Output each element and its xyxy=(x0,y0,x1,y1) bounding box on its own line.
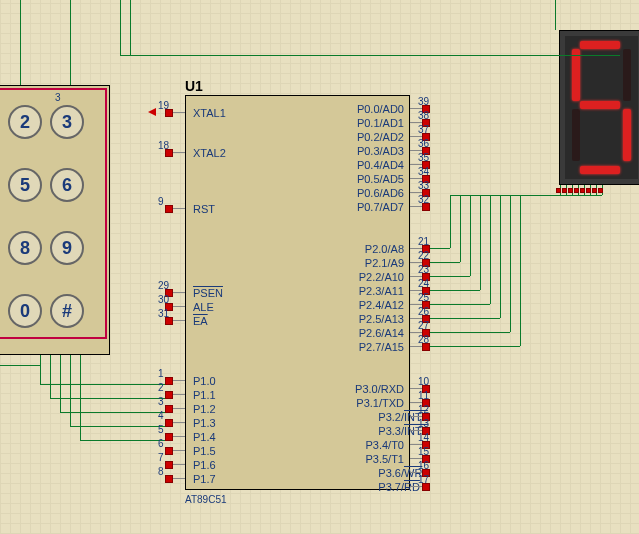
pin-num-7: 7 xyxy=(158,452,164,463)
pin-pad[interactable] xyxy=(165,405,173,413)
pin-name-P2.2/A10: P2.2/A10 xyxy=(359,271,404,283)
segment-d xyxy=(580,166,620,174)
wire xyxy=(120,0,121,55)
pin-name-PSEN: PSEN xyxy=(193,287,223,299)
pin-num-5: 5 xyxy=(158,424,164,435)
pin-name-P1.2: P1.2 xyxy=(193,403,216,415)
pin-name-P1.6: P1.6 xyxy=(193,459,216,471)
chip-designator: U1 xyxy=(185,78,203,94)
pin-name-P1.7: P1.7 xyxy=(193,473,216,485)
key-9[interactable]: 9 xyxy=(50,231,84,265)
segment-g xyxy=(580,101,620,109)
pin-pad[interactable] xyxy=(165,205,173,213)
pin-pad[interactable] xyxy=(422,203,430,211)
key-3[interactable]: 3 xyxy=(50,105,84,139)
segment-b xyxy=(623,49,631,101)
pin-name-P2.3/A11: P2.3/A11 xyxy=(359,285,404,297)
wire xyxy=(40,384,165,385)
pin-name-P0.6/AD6: P0.6/AD6 xyxy=(357,187,404,199)
segment-a xyxy=(580,41,620,49)
wire xyxy=(60,355,61,412)
pin-name-ALE: ALE xyxy=(193,301,214,313)
pin-name-XTAL2: XTAL2 xyxy=(193,147,226,159)
wire xyxy=(70,426,165,427)
pin-name-P0.7/AD7: P0.7/AD7 xyxy=(357,201,404,213)
key-8[interactable]: 8 xyxy=(8,231,42,265)
pin-num-6: 6 xyxy=(158,438,164,449)
pin-name-P1.1: P1.1 xyxy=(193,389,216,401)
keypad-col-label: 3 xyxy=(55,92,61,103)
wire xyxy=(60,412,165,413)
pin-name-P1.5: P1.5 xyxy=(193,445,216,457)
wire xyxy=(40,355,41,385)
pin-pad[interactable] xyxy=(422,483,430,491)
pin-name-P3.6/WR: P3.6/WR xyxy=(378,467,404,479)
pin-num-9: 9 xyxy=(158,196,164,207)
pin-name-P3.2/INT0: P3.2/INT0 xyxy=(378,411,404,423)
pin-name-P0.5/AD5: P0.5/AD5 xyxy=(357,173,404,185)
wire xyxy=(130,0,131,55)
pin-pad[interactable] xyxy=(422,343,430,351)
wire xyxy=(70,355,71,426)
chip-part-number: AT89C51 xyxy=(185,494,227,505)
pin-name-P2.7/A15: P2.7/A15 xyxy=(359,341,404,353)
pin-pad[interactable] xyxy=(165,447,173,455)
pin-pad[interactable] xyxy=(165,377,173,385)
pin-name-P0.0/AD0: P0.0/AD0 xyxy=(357,103,404,115)
seven-segment-display[interactable] xyxy=(559,30,639,185)
pin-pad[interactable] xyxy=(165,391,173,399)
pin-pad[interactable] xyxy=(165,475,173,483)
wire xyxy=(80,440,165,441)
wire xyxy=(80,355,81,440)
pin-name-P3.4/T0: P3.4/T0 xyxy=(365,439,404,451)
wire xyxy=(50,355,51,398)
pin-name-P2.1/A9: P2.1/A9 xyxy=(365,257,404,269)
pin-name-P0.3/AD3: P0.3/AD3 xyxy=(357,145,404,157)
pin-name-P3.5/T1: P3.5/T1 xyxy=(365,453,404,465)
pin-name-P3.7/RD: P3.7/RD xyxy=(378,481,404,493)
pin-name-P0.4/AD4: P0.4/AD4 xyxy=(357,159,404,171)
pin-name-RST: RST xyxy=(193,203,215,215)
pin-name-P2.4/A12: P2.4/A12 xyxy=(359,299,404,311)
pin-name-P3.1/TXD: P3.1/TXD xyxy=(356,397,404,409)
wire xyxy=(120,55,620,56)
pin-pad[interactable] xyxy=(165,419,173,427)
pin-name-P1.0: P1.0 xyxy=(193,375,216,387)
pin-name-P1.3: P1.3 xyxy=(193,417,216,429)
pin-pad[interactable] xyxy=(165,461,173,469)
pin-name-P2.6/A14: P2.6/A14 xyxy=(359,327,404,339)
pin-name-P0.2/AD2: P0.2/AD2 xyxy=(357,131,404,143)
wire xyxy=(0,365,40,366)
wire xyxy=(50,398,165,399)
pin-num-2: 2 xyxy=(158,382,164,393)
wire xyxy=(555,0,556,30)
pin-name-P3.0/RXD: P3.0/RXD xyxy=(355,383,404,395)
key-2[interactable]: 2 xyxy=(8,105,42,139)
segment-c xyxy=(623,109,631,161)
wire xyxy=(70,0,71,85)
segment-e xyxy=(572,109,580,161)
pin-name-EA: EA xyxy=(193,315,208,327)
pin-pad[interactable] xyxy=(165,433,173,441)
pin-name-P3.3/INT1: P3.3/INT1 xyxy=(378,425,404,437)
pin-pad[interactable] xyxy=(165,109,173,117)
pin-name-P0.1/AD1: P0.1/AD1 xyxy=(357,117,404,129)
segment-f xyxy=(572,49,580,101)
pin-num-1: 1 xyxy=(158,368,164,379)
pin-num-4: 4 xyxy=(158,410,164,421)
pin-name-P1.4: P1.4 xyxy=(193,431,216,443)
key-0[interactable]: 0 xyxy=(8,294,42,328)
pin-pad[interactable] xyxy=(165,317,173,325)
wire xyxy=(20,0,21,85)
key-hash[interactable]: # xyxy=(50,294,84,328)
key-5[interactable]: 5 xyxy=(8,168,42,202)
key-6[interactable]: 6 xyxy=(50,168,84,202)
pin-num-8: 8 xyxy=(158,466,164,477)
pin-name-P2.0/A8: P2.0/A8 xyxy=(365,243,404,255)
pin-name-XTAL1: XTAL1 xyxy=(193,107,226,119)
pin-num-3: 3 xyxy=(158,396,164,407)
pin-name-P2.5/A13: P2.5/A13 xyxy=(359,313,404,325)
pin-pad[interactable] xyxy=(165,149,173,157)
